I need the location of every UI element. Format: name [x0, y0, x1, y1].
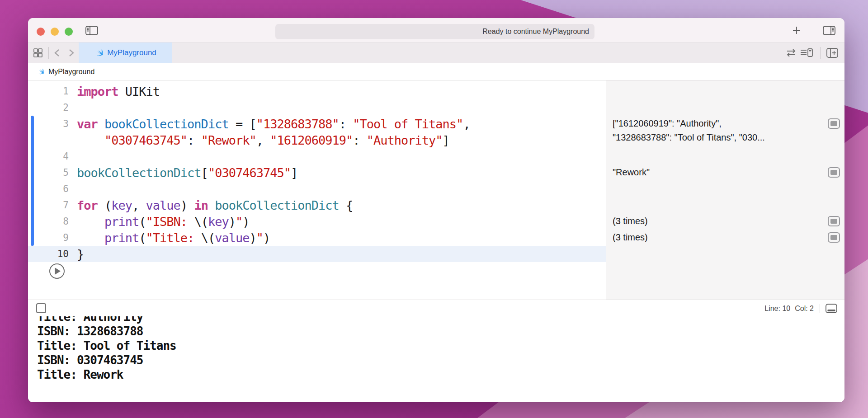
- code-line[interactable]: 3var bookCollectionDict = ["1328683788":…: [28, 116, 606, 132]
- quick-look-button[interactable]: [828, 232, 840, 243]
- result-row: ["1612060919": "Authority","1328683788":…: [613, 117, 823, 145]
- jump-bar-item[interactable]: MyPlayground: [48, 68, 94, 76]
- code-text: print("ISBN: \(key)"): [77, 215, 249, 229]
- code-line[interactable]: 2: [28, 99, 606, 116]
- code-line[interactable]: 5bookCollectionDict["0307463745"]: [28, 164, 606, 181]
- swift-file-icon: [94, 48, 103, 57]
- result-text: "Rework": [613, 165, 823, 179]
- left-sidebar-toggle-icon[interactable]: [85, 26, 98, 35]
- run-playground-button[interactable]: [49, 263, 65, 279]
- result-row: (3 times): [613, 214, 823, 228]
- code-text: bookCollectionDict["0307463745"]: [77, 166, 297, 180]
- console-line: Title: Tool of Titans: [37, 338, 844, 353]
- play-icon: [55, 268, 61, 275]
- results-column: ["1612060919": "Authority","1328683788":…: [606, 80, 844, 300]
- tab-overview-icon[interactable]: [33, 48, 43, 58]
- line-number: 9: [28, 232, 69, 243]
- editor-options-icon[interactable]: [800, 48, 813, 58]
- zoom-window-button[interactable]: [65, 28, 73, 36]
- console-output: Title: AuthorityISBN: 1328683788Title: T…: [28, 316, 844, 402]
- console-line: ISBN: 0307463745: [37, 353, 844, 367]
- quick-look-button[interactable]: [828, 216, 840, 226]
- code-text: }: [77, 247, 84, 261]
- debug-area-toggle[interactable]: [36, 303, 46, 313]
- line-indicator: Line: 10: [764, 305, 790, 313]
- cursor-position: Line: 10 Col: 2: [764, 300, 814, 317]
- add-editor-icon[interactable]: [826, 48, 838, 58]
- debug-bar: Line: 10 Col: 2: [28, 300, 844, 316]
- tab-label: MyPlayground: [107, 48, 156, 57]
- result-row: "Rework": [613, 165, 823, 179]
- line-number: 1: [28, 86, 69, 97]
- line-number: 2: [28, 102, 69, 113]
- code-line[interactable]: 10}: [28, 246, 606, 262]
- go-forward-icon[interactable]: [68, 48, 75, 57]
- code-text: print("Title: \(value)"): [77, 231, 270, 245]
- quick-look-button[interactable]: [828, 118, 840, 129]
- line-number: 5: [28, 167, 69, 178]
- editor-area[interactable]: 1import UIKit23var bookCollectionDict = …: [28, 80, 844, 300]
- right-sidebar-toggle-icon[interactable]: [823, 26, 835, 35]
- toolbar-divider: [820, 47, 821, 59]
- console-line: Title: Authority: [37, 316, 844, 324]
- tab-myplayground[interactable]: MyPlayground: [79, 42, 172, 63]
- add-tab-button[interactable]: [792, 25, 802, 35]
- result-text: "1328683788": "Tool of Titans", "030...: [613, 131, 823, 145]
- jump-bar: MyPlayground: [28, 63, 844, 80]
- code-line[interactable]: 8 print("ISBN: \(key)"): [28, 213, 606, 230]
- tab-bar: MyPlayground: [28, 42, 844, 63]
- activity-status-pill: Ready to continue MyPlayground: [275, 24, 594, 39]
- bar-divider: [820, 304, 820, 313]
- toolbar-divider: [48, 47, 49, 59]
- line-number: 10: [28, 249, 69, 259]
- code-line[interactable]: "0307463745": "Rework", "1612060919": "A…: [28, 132, 606, 148]
- code-line[interactable]: 6: [28, 181, 606, 197]
- code-text: import UIKit: [77, 85, 160, 99]
- result-text: ["1612060919": "Authority",: [613, 117, 823, 131]
- line-number: 8: [28, 216, 69, 227]
- code-review-icon[interactable]: [786, 48, 797, 57]
- code-text: "0307463745": "Rework", "1612060919": "A…: [77, 133, 449, 147]
- close-window-button[interactable]: [37, 28, 45, 36]
- console-line: Title: Rework: [37, 367, 844, 382]
- code-line[interactable]: 1import UIKit: [28, 83, 606, 99]
- result-text: (3 times): [613, 214, 823, 228]
- column-indicator: Col: 2: [795, 305, 814, 313]
- line-number: 6: [28, 183, 69, 194]
- code-text: for (key, value) in bookCollectionDict {: [77, 198, 353, 212]
- title-bar: Ready to continue MyPlayground: [28, 18, 844, 42]
- line-number: 3: [28, 118, 69, 129]
- code-line[interactable]: 9 print("Title: \(value)"): [28, 230, 606, 246]
- swift-file-icon: [36, 68, 44, 75]
- result-row: (3 times): [613, 230, 823, 244]
- go-back-icon[interactable]: [53, 48, 61, 57]
- line-number: 4: [28, 151, 69, 162]
- quick-look-button[interactable]: [828, 167, 840, 178]
- hide-console-icon[interactable]: [826, 304, 837, 313]
- code-text: var bookCollectionDict = ["1328683788": …: [77, 117, 470, 131]
- code-line[interactable]: 7for (key, value) in bookCollectionDict …: [28, 197, 606, 213]
- line-number: 7: [28, 200, 69, 211]
- result-text: (3 times): [613, 230, 823, 244]
- minimize-window-button[interactable]: [51, 28, 59, 36]
- console-line: ISBN: 1328683788: [37, 324, 844, 338]
- xcode-playground-window: Ready to continue MyPlayground: [28, 18, 844, 402]
- code-line[interactable]: 4: [28, 148, 606, 164]
- activity-status-text: Ready to continue MyPlayground: [482, 28, 589, 36]
- code-editor[interactable]: 1import UIKit23var bookCollectionDict = …: [28, 83, 606, 262]
